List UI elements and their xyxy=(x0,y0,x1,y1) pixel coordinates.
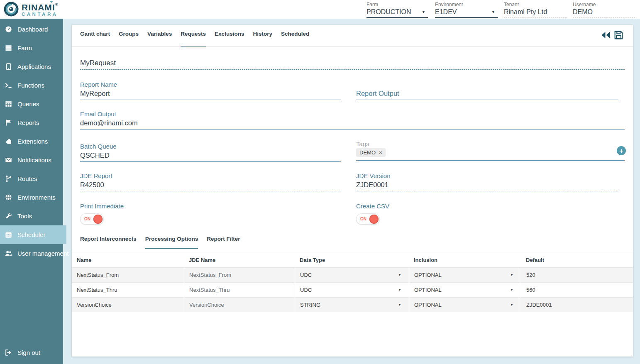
report-name-field[interactable]: Report Name MyReport xyxy=(80,81,341,100)
username-field[interactable]: Username DEMO xyxy=(573,2,635,17)
tab-requests[interactable]: Requests xyxy=(181,31,206,47)
save-button[interactable] xyxy=(613,30,624,42)
sidebar-item-farm[interactable]: Farm xyxy=(0,39,63,57)
sidebar-item-functions[interactable]: Functions xyxy=(0,76,63,95)
tab-exclusions[interactable]: Exclusions xyxy=(215,31,244,47)
tab-groups[interactable]: Groups xyxy=(119,31,139,47)
sidebar-item-user-management[interactable]: User management xyxy=(0,244,63,263)
toggle-knob xyxy=(369,215,379,224)
server-icon xyxy=(4,44,12,52)
sidebar-item-queries[interactable]: Queries xyxy=(0,95,63,113)
request-detail-panel: Gantt chart Groups Variables Requests Ex… xyxy=(72,25,633,357)
cell-default[interactable]: ZJDE0001 xyxy=(521,298,633,312)
cell-data-type-select[interactable]: UDC▼ xyxy=(295,283,409,297)
dropdown-arrow-icon: ▼ xyxy=(510,303,513,307)
puzzle-icon xyxy=(4,137,12,146)
cell-inclusion-select[interactable]: OPTIONAL▼ xyxy=(409,283,521,297)
email-output-value: demo@rinami.com xyxy=(80,119,625,129)
sign-out-label: Sign out xyxy=(17,349,40,356)
tag-chip: DEMO × xyxy=(356,148,386,157)
batch-queue-field[interactable]: Batch Queue QSCHED xyxy=(80,143,341,162)
sidebar-item-scheduler[interactable]: Scheduler xyxy=(0,225,66,244)
chevron-down-icon: ▼ xyxy=(491,10,495,14)
table-row: VersionChoice VersionChoice STRING▼ OPTI… xyxy=(72,297,633,312)
cell-name: NextStatus_From xyxy=(72,268,184,282)
revert-button[interactable] xyxy=(601,30,611,42)
farm-value: PRODUCTION xyxy=(366,8,411,16)
processing-options-table: Name JDE Name Data Type Inclusion Defaul… xyxy=(72,252,633,312)
sidebar-item-reports[interactable]: Reports xyxy=(0,113,63,132)
tag-remove-icon[interactable]: × xyxy=(379,149,382,156)
jde-report-value: R42500 xyxy=(80,181,341,191)
col-header-jde-name: JDE Name xyxy=(184,252,295,267)
sign-out-icon xyxy=(4,349,12,357)
sidebar-item-label: Scheduler xyxy=(17,231,46,238)
dashboard-icon xyxy=(4,25,12,34)
sidebar-item-tools[interactable]: Tools xyxy=(0,207,63,225)
rinami-swirl-icon xyxy=(3,1,19,19)
tenant-field[interactable]: Tenant Rinami Pty Ltd xyxy=(504,2,567,17)
tab-history[interactable]: History xyxy=(253,31,272,47)
sidebar-item-label: Applications xyxy=(17,63,51,70)
subtab-processing-options[interactable]: Processing Options xyxy=(145,236,198,249)
jde-version-field[interactable]: JDE Version ZJDE0001 xyxy=(356,172,618,191)
sidebar-item-extensions[interactable]: Extensions xyxy=(0,132,63,151)
report-output-field[interactable]: Report Output xyxy=(356,90,618,100)
email-output-field[interactable]: Email Output demo@rinami.com xyxy=(80,110,625,129)
cell-name: NextStatus_Thru xyxy=(72,283,184,297)
environment-label: Environment xyxy=(435,2,498,7)
sign-out-button[interactable]: Sign out xyxy=(0,343,63,362)
col-header-default: Default xyxy=(521,252,633,267)
dropdown-arrow-icon: ▼ xyxy=(510,288,513,292)
brand-subname: CANTARA xyxy=(22,12,58,17)
username-value: DEMO xyxy=(573,8,593,16)
request-name-value: MyRequest xyxy=(80,59,625,69)
tag-chip-label: DEMO xyxy=(359,149,376,156)
subtab-report-interconnects[interactable]: Report Interconnects xyxy=(80,236,137,249)
cell-data-type-select[interactable]: UDC▼ xyxy=(295,268,409,282)
sidebar-nav: Dashboard Farm Applications Functions Qu… xyxy=(0,19,63,364)
tab-variables[interactable]: Variables xyxy=(147,31,172,47)
farm-select[interactable]: Farm PRODUCTION▼ xyxy=(366,2,428,18)
sidebar-item-label: Functions xyxy=(17,82,44,89)
print-immediate-toggle[interactable]: ON xyxy=(80,213,104,225)
cell-default[interactable]: 520 xyxy=(521,268,633,282)
sidebar-item-applications[interactable]: Applications xyxy=(0,57,63,76)
branch-icon xyxy=(4,175,12,183)
top-bar: RINAMI® CANTARA Farm PRODUCTION▼ Environ… xyxy=(0,0,640,19)
envelope-icon xyxy=(4,156,12,164)
sidebar-item-notifications[interactable]: Notifications xyxy=(0,151,63,169)
wrench-icon xyxy=(4,212,12,220)
cell-inclusion-select[interactable]: OPTIONAL▼ xyxy=(409,268,521,282)
batch-queue-label: Batch Queue xyxy=(80,143,341,150)
dropdown-arrow-icon: ▼ xyxy=(398,288,401,292)
brand-logo[interactable]: RINAMI® CANTARA xyxy=(3,1,58,19)
cell-data-type-select[interactable]: STRING▼ xyxy=(295,298,409,312)
sidebar-item-label: Environments xyxy=(17,194,56,201)
add-tag-button[interactable]: + xyxy=(617,146,626,155)
sidebar-item-routes[interactable]: Routes xyxy=(0,169,63,188)
sidebar-item-dashboard[interactable]: Dashboard xyxy=(0,20,63,39)
request-name-input[interactable]: MyRequest xyxy=(80,59,625,70)
email-output-label: Email Output xyxy=(80,110,625,117)
create-csv-toggle[interactable]: ON xyxy=(356,213,380,225)
sidebar-item-label: User management xyxy=(17,250,68,257)
cell-jde-name: NextStatus_Thru xyxy=(184,283,295,297)
jde-report-field[interactable]: JDE Report R42500 xyxy=(80,172,341,191)
tags-field[interactable]: Tags DEMO × xyxy=(356,140,625,161)
sidebar-item-label: Routes xyxy=(17,175,37,182)
tablet-icon xyxy=(4,63,12,71)
jde-version-value: ZJDE0001 xyxy=(356,181,618,191)
globe-icon xyxy=(4,193,12,202)
report-name-label: Report Name xyxy=(80,81,341,88)
cell-default[interactable]: 560 xyxy=(521,283,633,297)
subtab-report-filter[interactable]: Report Filter xyxy=(207,236,240,249)
cell-jde-name: VersionChoice xyxy=(184,298,295,312)
chevron-down-icon: ▼ xyxy=(422,10,425,14)
tab-bar: Gantt chart Groups Variables Requests Ex… xyxy=(80,31,309,47)
tab-scheduled[interactable]: Scheduled xyxy=(281,31,309,47)
sidebar-item-environments[interactable]: Environments xyxy=(0,188,63,207)
tab-gantt-chart[interactable]: Gantt chart xyxy=(80,31,110,47)
cell-inclusion-select[interactable]: OPTIONAL▼ xyxy=(409,298,521,312)
environment-select[interactable]: Environment E1DEV▼ xyxy=(435,2,498,18)
